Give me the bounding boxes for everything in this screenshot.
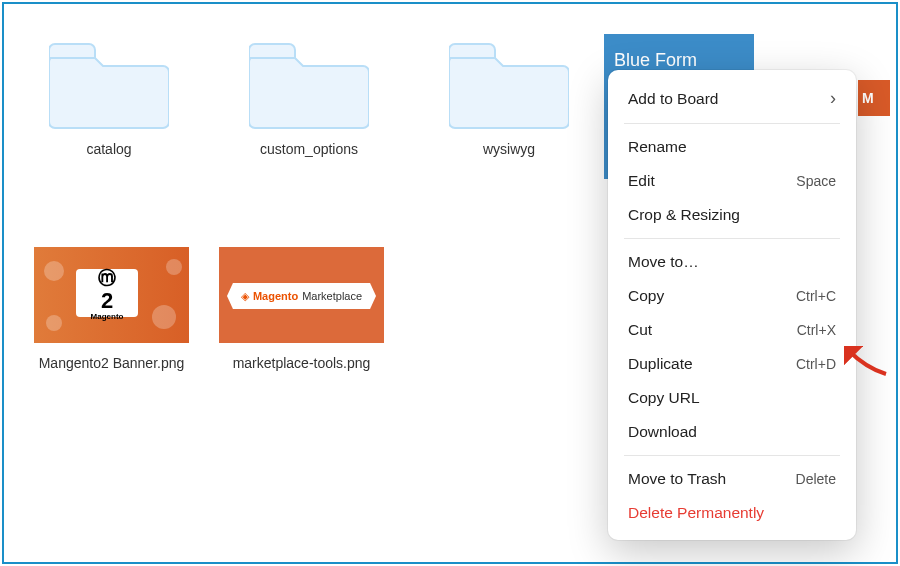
menu-label: Crop & Resizing xyxy=(628,206,740,224)
menu-separator xyxy=(624,238,840,239)
menu-label: Edit xyxy=(628,172,655,190)
chevron-right-icon: › xyxy=(830,88,836,109)
folder-icon xyxy=(249,34,369,129)
menu-label: Move to Trash xyxy=(628,470,726,488)
menu-shortcut: Ctrl+C xyxy=(796,288,836,304)
svg-point-0 xyxy=(44,261,64,281)
file-label: marketplace-tools.png xyxy=(233,355,371,371)
magento-m-icon: ⓜ xyxy=(98,266,116,290)
window-frame: catalog custom_options wysiwyg Blue Form… xyxy=(2,2,898,564)
menu-shortcut: Delete xyxy=(796,471,836,487)
menu-copy-url[interactable]: Copy URL xyxy=(608,381,856,415)
file-thumbnail: 🔧 🔨 🪛 ◈ Magento Marketplace xyxy=(219,247,384,343)
svg-point-2 xyxy=(166,259,182,275)
menu-label: Move to… xyxy=(628,253,699,271)
menu-label: Cut xyxy=(628,321,652,339)
menu-move-to[interactable]: Move to… xyxy=(608,245,856,279)
menu-rename[interactable]: Rename xyxy=(608,130,856,164)
folder-label: custom_options xyxy=(260,141,358,157)
ribbon-brand: Magento xyxy=(253,290,298,302)
menu-add-to-board[interactable]: Add to Board › xyxy=(608,80,856,117)
file-thumbnail: ⓜ 2 Magento xyxy=(34,247,189,343)
partial-thumb-text: M xyxy=(862,90,874,106)
folder-icon xyxy=(449,34,569,129)
menu-label: Duplicate xyxy=(628,355,693,373)
menu-shortcut: Ctrl+X xyxy=(797,322,836,338)
logo-badge: ⓜ 2 Magento xyxy=(76,269,138,317)
menu-separator xyxy=(624,455,840,456)
folder-item-catalog[interactable]: catalog xyxy=(34,34,184,207)
menu-label: Add to Board xyxy=(628,90,718,108)
svg-point-3 xyxy=(46,315,62,331)
menu-label: Download xyxy=(628,423,697,441)
logo-small-text: Magento xyxy=(91,312,124,321)
folder-item-custom-options[interactable]: custom_options xyxy=(234,34,384,207)
svg-point-1 xyxy=(152,305,176,329)
menu-copy[interactable]: Copy Ctrl+C xyxy=(608,279,856,313)
file-label: Mangento2 Banner.png xyxy=(39,355,185,371)
menu-shortcut: Space xyxy=(796,173,836,189)
folder-label: wysiwyg xyxy=(483,141,535,157)
menu-cut[interactable]: Cut Ctrl+X xyxy=(608,313,856,347)
ribbon-banner: ◈ Magento Marketplace xyxy=(227,283,376,309)
menu-label: Copy URL xyxy=(628,389,700,407)
menu-label: Rename xyxy=(628,138,687,156)
logo-big-number: 2 xyxy=(101,290,113,312)
file-item-marketplace-tools[interactable]: 🔧 🔨 🪛 ◈ Magento Marketplace marketplace-… xyxy=(219,247,384,371)
menu-label: Delete Permanently xyxy=(628,504,764,522)
menu-label: Copy xyxy=(628,287,664,305)
folder-icon xyxy=(49,34,169,129)
menu-separator xyxy=(624,123,840,124)
ribbon-text: Marketplace xyxy=(302,290,362,302)
menu-move-to-trash[interactable]: Move to Trash Delete xyxy=(608,462,856,496)
menu-duplicate[interactable]: Duplicate Ctrl+D xyxy=(608,347,856,381)
file-thumbnail-partial[interactable]: M xyxy=(858,80,890,116)
folder-item-wysiwyg[interactable]: wysiwyg xyxy=(434,34,584,207)
folder-label: catalog xyxy=(86,141,131,157)
menu-crop-resizing[interactable]: Crop & Resizing xyxy=(608,198,856,232)
menu-download[interactable]: Download xyxy=(608,415,856,449)
menu-edit[interactable]: Edit Space xyxy=(608,164,856,198)
magento-logo-icon: ◈ xyxy=(241,290,249,303)
file-item-magento2-banner[interactable]: ⓜ 2 Magento Mangento2 Banner.png xyxy=(34,247,189,371)
menu-shortcut: Ctrl+D xyxy=(796,356,836,372)
menu-delete-permanently[interactable]: Delete Permanently xyxy=(608,496,856,530)
context-menu: Add to Board › Rename Edit Space Crop & … xyxy=(608,70,856,540)
